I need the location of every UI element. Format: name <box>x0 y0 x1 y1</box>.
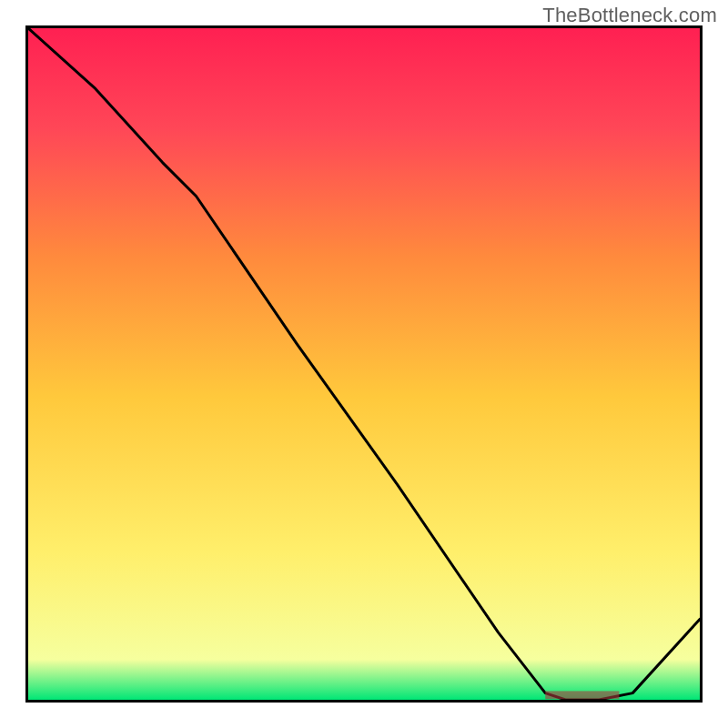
valley-marker <box>545 691 619 699</box>
curve-bottleneck <box>28 28 700 700</box>
chart-container <box>25 25 703 703</box>
bottleneck-chart <box>28 28 700 700</box>
attribution-text: TheBottleneck.com <box>542 4 717 27</box>
